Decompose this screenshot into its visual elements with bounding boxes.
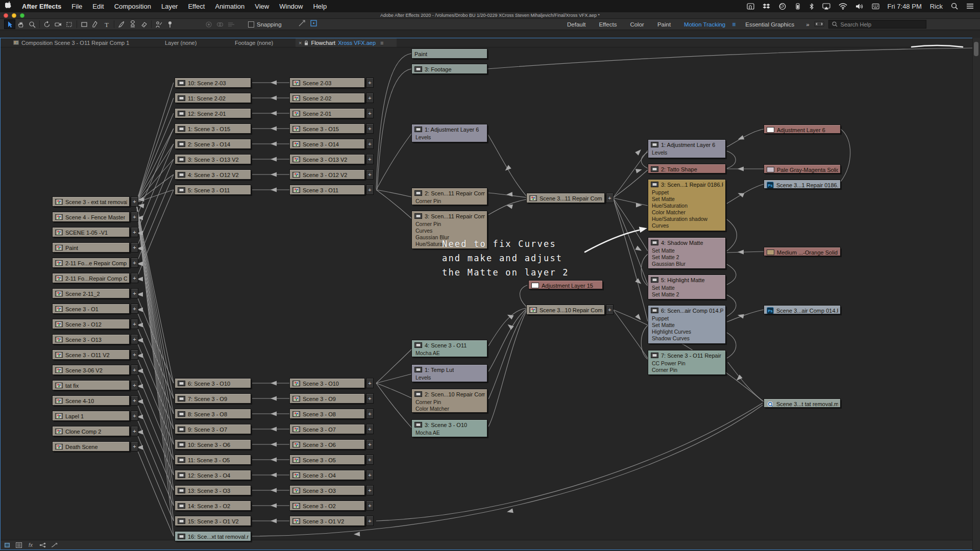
flowchart-node[interactable]: Death Scene: [52, 441, 130, 452]
expand-node-button[interactable]: +: [131, 441, 138, 452]
pan-behind-tool-icon[interactable]: [64, 19, 75, 29]
battery-icon[interactable]: [795, 3, 801, 10]
workspace-color[interactable]: Color: [623, 21, 650, 28]
camera-tool-icon[interactable]: [53, 19, 64, 29]
flowchart-node[interactable]: Scene 3 - O5: [289, 455, 365, 465]
tab-flowchart[interactable]: × Flowchart Xross VFX.aep ≡: [296, 38, 397, 47]
expand-node-button[interactable]: +: [606, 193, 614, 203]
flowchart-node[interactable]: 1: Scene 3 - O15: [175, 123, 251, 134]
brush-tool-icon[interactable]: [116, 19, 127, 29]
flowchart-node[interactable]: Scene 3 - O9: [289, 393, 365, 404]
flowchart-node[interactable]: 10: Scene 2-03: [175, 78, 251, 88]
snap-grid-icon[interactable]: [310, 19, 317, 29]
track-mask-icon[interactable]: [214, 19, 226, 29]
flowchart-node[interactable]: 5: Scene 3 - O11: [175, 185, 251, 195]
rectangle-tool-icon[interactable]: [79, 19, 90, 29]
flowchart-node[interactable]: 3: Footage: [411, 64, 487, 74]
flowchart-node[interactable]: 1: Temp LutLevels: [411, 364, 487, 382]
flowchart-node[interactable]: 8: Scene 3 - O8: [175, 409, 251, 419]
flowchart-node[interactable]: Scene 2-03: [289, 78, 365, 88]
flowchart-node[interactable]: 4: Scene 3 - O11Mocha AE: [411, 340, 487, 357]
menu-help[interactable]: Help: [308, 3, 332, 10]
airplay-icon[interactable]: [822, 3, 830, 10]
expand-node-button[interactable]: +: [606, 305, 614, 315]
flowchart-node[interactable]: Scene 3...t tat removal.mov: [764, 398, 841, 408]
menu-effect[interactable]: Effect: [183, 3, 210, 10]
flowchart-node[interactable]: 16: Sce...xt tat removal.mov: [175, 531, 251, 541]
flowchart-node[interactable]: 3: Scene 3 - O13 V2: [175, 154, 251, 164]
expand-node-button[interactable]: +: [131, 273, 138, 283]
expand-node-button[interactable]: +: [131, 242, 138, 253]
expand-node-button[interactable]: +: [366, 516, 374, 526]
effects-toggle-icon[interactable]: fx: [27, 542, 34, 548]
workspace-paint[interactable]: Paint: [651, 21, 677, 28]
menu-animation[interactable]: Animation: [210, 3, 250, 10]
close-tab-icon[interactable]: ×: [299, 40, 302, 46]
menu-edit[interactable]: Edit: [87, 3, 109, 10]
flowchart-node[interactable]: Lapel 1: [52, 411, 130, 421]
vertical-scrollbar[interactable]: [972, 38, 980, 550]
expand-node-button[interactable]: +: [366, 485, 374, 495]
expand-node-button[interactable]: +: [366, 154, 374, 164]
expand-node-button[interactable]: +: [131, 227, 138, 237]
flowchart-node[interactable]: Scene 3 - O10: [289, 378, 365, 388]
flowchart-node[interactable]: Scene 4 - Fence Master: [52, 212, 130, 222]
flowchart-node[interactable]: 3: Scene 3 - O10Mocha AE: [411, 419, 487, 437]
flowchart-node[interactable]: Paint: [411, 48, 487, 59]
menu-view[interactable]: View: [250, 3, 274, 10]
flowchart-node[interactable]: Scene 3 - O3: [289, 485, 365, 495]
flowchart-node[interactable]: PsScene 3...1 Repair 0186.PSD: [764, 180, 841, 189]
flowchart-node[interactable]: Scene 3 - O14: [289, 139, 365, 149]
expand-node-button[interactable]: +: [131, 304, 138, 314]
bluetooth-icon[interactable]: [809, 3, 814, 10]
flowchart-node[interactable]: Scene 2-02: [289, 93, 365, 103]
flowchart-node[interactable]: Medium ...-Orange Solid 3: [764, 247, 841, 256]
creative-cloud-icon[interactable]: [778, 3, 787, 10]
expand-node-button[interactable]: +: [366, 455, 374, 465]
flowchart-node[interactable]: Scene 3 - O13 V2: [289, 154, 365, 164]
flowchart-node[interactable]: 4: Shadow MatteSet MatteSet Matte 2Gauss…: [648, 237, 726, 269]
workspace-default[interactable]: Default: [560, 21, 592, 28]
panel-menu-icon[interactable]: ≡: [380, 40, 383, 46]
expand-node-button[interactable]: +: [366, 93, 374, 103]
flowchart-node[interactable]: PsScene 3...air Comp 014.PSD: [764, 305, 841, 314]
flowchart-node[interactable]: 7: Scene 3 - O9: [175, 393, 251, 404]
line-style-icon[interactable]: [51, 542, 58, 548]
menu-window[interactable]: Window: [274, 3, 308, 10]
scrollbar-thumb[interactable]: [974, 42, 978, 56]
flowchart-node[interactable]: Scene 3 - O6: [289, 439, 365, 449]
control-center-icon[interactable]: [966, 3, 974, 9]
flowchart-node[interactable]: 13: Scene 3 - O3: [175, 485, 251, 495]
flowchart-node[interactable]: 11: Scene 2-02: [175, 93, 251, 103]
flowchart-node[interactable]: Scene 3 - O11 V2: [52, 349, 130, 360]
menu-clock[interactable]: Fri 7:48 PM: [888, 3, 922, 10]
flowchart-node[interactable]: Scene 3 - O1 V2: [289, 516, 365, 526]
rotate-tool-icon[interactable]: [41, 19, 53, 29]
roto-brush-tool-icon[interactable]: [153, 19, 164, 29]
expand-node-button[interactable]: +: [131, 212, 138, 222]
flowchart-node[interactable]: Scene 3...10 Repair Comp 1: [526, 305, 605, 315]
eraser-tool-icon[interactable]: [138, 19, 150, 29]
menu-file[interactable]: File: [66, 3, 87, 10]
flow-direction-icon[interactable]: [39, 542, 46, 548]
expand-node-button[interactable]: +: [131, 334, 138, 344]
flowchart-node[interactable]: Scene 3 - O13: [52, 334, 130, 344]
keyboard-icon[interactable]: [872, 3, 879, 10]
motion-blur-icon[interactable]: [226, 19, 237, 29]
menu-layer[interactable]: Layer: [156, 3, 183, 10]
volume-icon[interactable]: [855, 3, 864, 10]
snap-option-icon[interactable]: [298, 19, 306, 29]
flowchart-node[interactable]: 11: Scene 3 - O5: [175, 455, 251, 465]
flowchart-node[interactable]: 2: Scen...10 Repair Comp 1Corner PinColo…: [411, 389, 487, 413]
flowchart-node[interactable]: Scene 3...11 Repair Comp 1: [526, 193, 605, 203]
flowchart-node[interactable]: 2-11 Fo...e Repair Comp 2: [52, 258, 130, 268]
expand-node-button[interactable]: +: [366, 409, 374, 419]
flowchart-node[interactable]: Scene 3 - O4: [289, 470, 365, 480]
flowchart-node[interactable]: 5: Highlight MatteSet MatteSet Matte 2: [648, 274, 726, 299]
flowchart-node[interactable]: 9: Scene 3 - O7: [175, 424, 251, 434]
expand-node-button[interactable]: +: [131, 395, 138, 406]
snapping-checkbox[interactable]: [248, 21, 254, 28]
menu-user[interactable]: Rick: [930, 3, 943, 10]
expand-node-button[interactable]: +: [131, 349, 138, 360]
expand-node-button[interactable]: +: [131, 288, 138, 298]
